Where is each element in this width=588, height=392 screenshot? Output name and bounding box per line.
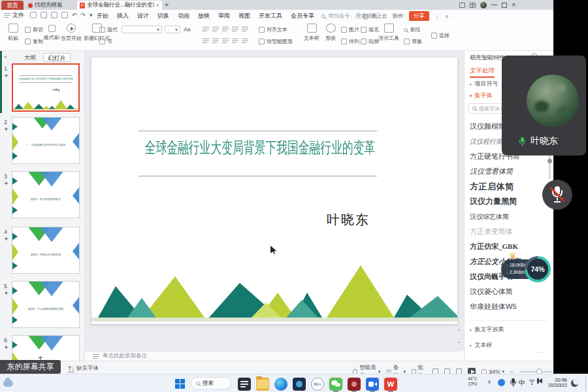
participant-video-tile[interactable]: 叶晓东 [502,56,586,155]
wifi-icon[interactable] [528,380,536,386]
menu-item[interactable]: 开发工具 [259,12,282,20]
restore-button[interactable] [502,3,507,8]
file-explorer-icon[interactable] [256,378,269,391]
justify-icon[interactable] [232,38,238,44]
app-icon-1[interactable] [293,378,306,391]
menu-item[interactable]: 放映 [198,12,210,20]
export-icon[interactable] [41,12,47,18]
tray-mic-icon[interactable] [510,378,517,388]
slide-author[interactable]: 叶晓东 [327,211,370,229]
align-text-button[interactable]: 对齐文本 [259,26,287,33]
shape-button[interactable]: 形状 [323,24,338,42]
slide-thumbnail-1[interactable]: 全球金融行业大变局背景下我国金融行业的变革 叶晓东 [12,63,80,112]
tab-outline[interactable]: 大纲 [20,53,41,62]
picture-button[interactable]: 图片 [341,26,359,33]
bullets-icon[interactable] [203,26,209,32]
distribute-icon[interactable] [242,38,248,44]
dell-app-icon[interactable]: DELL [311,378,324,391]
start-button[interactable] [175,379,185,389]
replace-button[interactable]: 替换 [404,38,422,45]
minimize-button[interactable] [491,5,497,5]
font-item[interactable]: 汉仪综艺体简 [470,209,547,224]
edge-browser-icon[interactable] [274,378,287,391]
line-spacing-icon[interactable] [242,26,248,32]
numbering-icon[interactable] [212,26,219,32]
arrange-button[interactable]: 排列 [341,38,359,45]
redo-icon[interactable]: ↷ [81,12,86,18]
textbox-section[interactable]: ▸文本框 [470,341,493,350]
textbox-button[interactable]: 文本框 [302,24,321,42]
battery-widget[interactable]: 74% [525,256,551,282]
screen-share-banner[interactable]: 东的屏幕共享 [0,360,61,374]
indent-icon[interactable] [232,26,238,32]
collaborate-button[interactable]: 协作 [393,12,404,20]
tray-blue-app-icon[interactable] [498,379,505,386]
save-icon[interactable] [30,12,37,18]
close-button[interactable]: × [512,1,515,9]
smart-graphic-button[interactable]: 转智能图形 [259,38,293,45]
slide-thumbnail-6[interactable] [12,335,80,361]
collapse-ribbon-icon[interactable]: ∧ [445,14,449,20]
show-desktop-edge[interactable] [585,377,586,390]
share-button[interactable]: 分享 [409,11,429,22]
weather-widget[interactable] [3,377,16,387]
present-tools-button[interactable]: 演示工具 [376,24,401,42]
previous-slide-button[interactable]: ⌃ [457,329,461,335]
meeting-app-icon[interactable] [366,378,379,391]
menu-item[interactable]: 审阅 [218,12,230,20]
cloud-status[interactable]: G未上云 [363,12,387,20]
preview-icon[interactable] [61,12,68,18]
cpu-temp-widget[interactable]: 44°C CPU [468,376,478,387]
menu-item[interactable]: 插入 [117,12,129,20]
tab-home[interactable]: 首页 [1,1,24,10]
section-button[interactable]: 节 [99,38,112,45]
tab-document[interactable]: P 全球金融行业...融行业的变革 × [77,1,162,10]
reader-app-icon[interactable] [238,378,251,391]
tab-slides[interactable]: 幻灯片 [43,53,71,62]
new-tab-button[interactable]: + [165,1,169,8]
mute-microphone-button[interactable] [542,180,572,210]
outdent-icon[interactable] [222,26,229,32]
slide-thumbnail-3[interactable]: 趋势1：险企经营持续承压 [12,171,80,218]
ime-indicator[interactable]: 中 [519,378,525,387]
bullet-section[interactable]: ▸项目符号 [470,80,498,88]
wechat-icon[interactable] [329,378,342,391]
paste-button[interactable]: 粘贴 [4,24,22,42]
font-item[interactable]: 方正隶变简体 [470,224,547,239]
panel-more-button[interactable]: ··· [538,349,546,355]
font-item[interactable]: 汉仪力量黑简 [470,194,547,209]
font-size-select[interactable]: -▾ [165,25,180,33]
slide-thumbnail-4[interactable]: 趋势2：理财业务转型提速 [12,227,80,274]
menu-item[interactable]: 设计 [137,12,149,20]
menu-item[interactable]: 切换 [157,12,169,20]
wps-app-icon[interactable]: W [384,378,397,391]
red-app-icon[interactable] [348,378,361,391]
play-from-current-button[interactable]: 当页开始 [60,24,82,42]
align-right-icon[interactable] [222,38,229,44]
menu-item[interactable]: 动画 [178,12,189,20]
do-not-disturb-icon[interactable] [571,380,578,387]
print-icon[interactable] [51,12,57,18]
menu-item[interactable]: 会员专享 [291,12,314,20]
taskbar-search[interactable]: 搜索 [191,377,231,389]
format-painter-button[interactable]: 格式刷 [41,25,63,41]
find-button[interactable]: 查找 [404,26,420,33]
collapse-panel-icon[interactable]: « [4,54,7,60]
menu-item[interactable]: 视图 [238,12,250,20]
close-tab-icon[interactable]: × [156,2,159,8]
select-button[interactable]: 选择 [431,32,449,39]
apps-grid-icon[interactable] [470,3,476,8]
font-item[interactable]: 汉仪雪君体简 [470,164,547,179]
align-left-icon[interactable] [203,38,209,44]
slide-canvas[interactable]: 全球金融行业大变局背景下我国金融行业的变革 叶晓东 [91,57,457,324]
font-item[interactable]: 汉仪菱心体简 [470,284,547,299]
font-family-select[interactable]: ▾ [122,25,162,33]
clock-widget[interactable]: 20:56 2023/3/22 [546,377,567,389]
tile-handle-dot[interactable] [547,159,552,163]
text-effect-section[interactable]: ▸换文字效果 [470,325,504,334]
tray-expand-icon[interactable]: ∧ [487,379,491,385]
tab-docer[interactable]: 找稻壳模板 [25,1,76,10]
split-window-icon[interactable] [459,3,465,8]
missing-fonts-button[interactable]: T↓ 缺失字体 [68,365,99,372]
more-icon[interactable]: ⋮ [434,13,440,20]
